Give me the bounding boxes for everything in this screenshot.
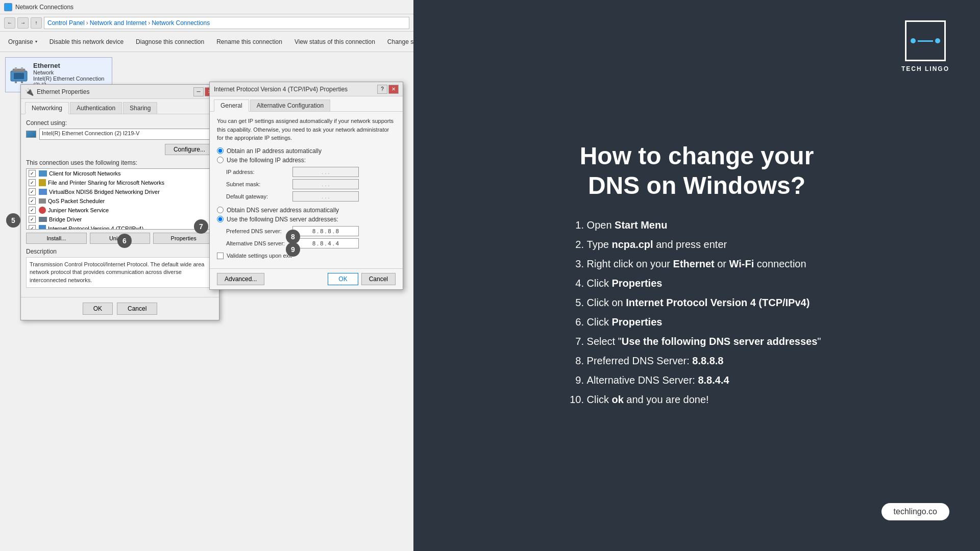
cb-client[interactable]: ✓ (29, 170, 36, 177)
connect-using-label: Connect using: (26, 119, 214, 127)
right-panel: TECH LINGO How to change your DNS on Win… (413, 0, 980, 551)
ipv4-tab-bar: General Alternative Configuration (210, 96, 403, 111)
logo-text: TECH LINGO (901, 65, 949, 72)
adapter-name-field[interactable]: Intel(R) Ethernet Connection (2) I219-V (39, 129, 214, 140)
validate-label: Validate settings upon exit (227, 253, 292, 259)
preferred-dns-row: Preferred DNS server: (226, 226, 396, 236)
eth-dialog-title: 🔌 Ethernet Properties (25, 88, 89, 96)
step-9: Alternative DNS Server: 8.8.4.4 (587, 371, 821, 389)
back-button[interactable]: ← (4, 17, 15, 29)
list-item-client[interactable]: ✓ Client for Microsoft Networks (27, 169, 213, 178)
logo-dot-left (911, 38, 916, 43)
use-following-dns-label: Use the following DNS server addresses: (227, 216, 338, 223)
ipv4-tab-general[interactable]: General (214, 99, 249, 112)
use-following-dns-row: Use the following DNS server addresses: (217, 216, 396, 223)
use-following-ip-radio[interactable] (217, 157, 224, 163)
disable-button[interactable]: Disable this network device (45, 35, 128, 49)
ip-radio-group: Obtain an IP address automatically Use t… (217, 147, 396, 164)
up-button[interactable]: ↑ (31, 17, 42, 29)
cb-bridge[interactable]: ✓ (29, 216, 36, 223)
forward-button[interactable]: → (17, 17, 29, 29)
step-4: Click Properties (587, 274, 821, 292)
change-settings-button[interactable]: Change settings of this connection (383, 35, 413, 49)
obtain-dns-auto-radio[interactable] (217, 207, 224, 213)
ipv4-cancel-button[interactable]: Cancel (361, 273, 396, 285)
ipv4-help-button[interactable]: ? (377, 85, 387, 94)
advanced-button[interactable]: Advanced... (217, 273, 264, 285)
badge-7: 7 (194, 219, 208, 234)
cb-qos[interactable]: ✓ (29, 197, 36, 205)
ip-address-input[interactable] (292, 167, 359, 177)
connect-using-row: Intel(R) Ethernet Connection (2) I219-V (26, 129, 214, 140)
properties-button[interactable]: Properties (153, 233, 214, 244)
list-item-vbox[interactable]: ✓ VirtualBox NDIS6 Bridged Networking Dr… (27, 187, 213, 196)
list-item-qos[interactable]: ✓ QoS Packet Scheduler (27, 196, 213, 206)
ipv4-controls: ? ✕ (377, 85, 399, 94)
tab-authentication[interactable]: Authentication (70, 102, 122, 114)
install-button[interactable]: Install... (26, 233, 87, 244)
subnet-mask-input[interactable] (292, 179, 359, 189)
list-item-tcp[interactable]: ✓ Internet Protocol Version 4 (TCP/IPv4) (27, 224, 213, 230)
logo-line (918, 40, 933, 42)
list-item-bridge[interactable]: ✓ Bridge Driver (27, 215, 213, 224)
use-following-dns-radio[interactable] (217, 216, 224, 222)
path-control-panel[interactable]: Control Panel (47, 19, 85, 27)
icon-vbox (39, 189, 47, 195)
cb-vbox[interactable]: ✓ (29, 188, 36, 195)
svg-rect-2 (15, 81, 17, 83)
default-gateway-label: Default gateway: (226, 193, 292, 199)
ipv4-description: You can get IP settings assigned automat… (217, 117, 396, 142)
icon-fileprint (39, 179, 46, 186)
validate-checkbox[interactable] (217, 253, 224, 259)
obtain-ip-auto-row: Obtain an IP address automatically (217, 147, 396, 155)
eth-ok-button[interactable]: OK (83, 303, 113, 315)
preferred-dns-input[interactable] (292, 226, 359, 236)
rename-button[interactable]: Rename this connection (212, 35, 286, 49)
svg-rect-1 (14, 73, 24, 79)
svg-rect-5 (15, 67, 17, 69)
cb-tcp[interactable]: ✓ (29, 225, 36, 230)
cb-fileprint[interactable]: ✓ (29, 179, 36, 186)
path-network-internet[interactable]: Network and Internet (90, 19, 146, 27)
tab-networking[interactable]: Networking (25, 102, 69, 114)
tab-sharing[interactable]: Sharing (123, 102, 157, 114)
obtain-ip-auto-radio[interactable] (217, 147, 224, 154)
app-title: Network Connections (15, 4, 74, 11)
logo-area: TECH LINGO (901, 20, 949, 72)
address-path[interactable]: Control Panel › Network and Internet › N… (44, 17, 409, 29)
step-1: Open Start Menu (587, 216, 821, 234)
eth-title-icon: 🔌 (25, 88, 34, 96)
ethernet-icon (10, 65, 28, 85)
ipv4-close-button[interactable]: ✕ (388, 85, 399, 94)
step-7: Select "Use the following DNS server add… (587, 332, 821, 350)
eth-tab-content: Connect using: Intel(R) Ethernet Connect… (21, 114, 219, 293)
steps-list: Open Start Menu Type ncpa.cpl and press … (573, 216, 821, 410)
list-item-juniper[interactable]: ✓ Juniper Network Service (27, 206, 213, 215)
list-item-fileprint[interactable]: ✓ File and Printer Sharing for Microsoft… (27, 178, 213, 187)
preferred-dns-label: Preferred DNS server: (226, 228, 292, 234)
ipv4-tab-alternative[interactable]: Alternative Configuration (250, 99, 330, 111)
path-network-connections[interactable]: Network Connections (152, 19, 210, 27)
cb-juniper[interactable]: ✓ (29, 207, 36, 214)
configure-button[interactable]: Configure... (165, 144, 214, 155)
default-gateway-row: Default gateway: (226, 191, 396, 202)
eth-dialog-titlebar: 🔌 Ethernet Properties ─ ✕ (21, 85, 219, 99)
ethernet-svg-icon (10, 66, 28, 84)
title-bar: 🌐 Network Connections (0, 0, 413, 14)
eth-cancel-button[interactable]: Cancel (117, 303, 157, 315)
svg-rect-4 (13, 69, 25, 72)
alternative-dns-input[interactable] (292, 238, 359, 248)
view-status-button[interactable]: View status of this connection (290, 35, 379, 49)
ethernet-name: Ethernet (33, 62, 108, 69)
diagnose-button[interactable]: Diagnose this connection (132, 35, 208, 49)
icon-bridge (39, 217, 47, 222)
subnet-mask-label: Subnet mask: (226, 181, 292, 187)
icon-qos (39, 198, 46, 204)
main-heading: How to change your DNS on Windows? (580, 141, 814, 200)
organise-button[interactable]: Organise ▾ (4, 35, 41, 49)
icon-juniper (39, 207, 46, 214)
ipv4-ok-button[interactable]: OK (328, 273, 358, 285)
eth-minimize-button[interactable]: ─ (193, 87, 204, 96)
default-gateway-input[interactable] (292, 191, 359, 202)
badge-8: 8 (286, 230, 300, 244)
